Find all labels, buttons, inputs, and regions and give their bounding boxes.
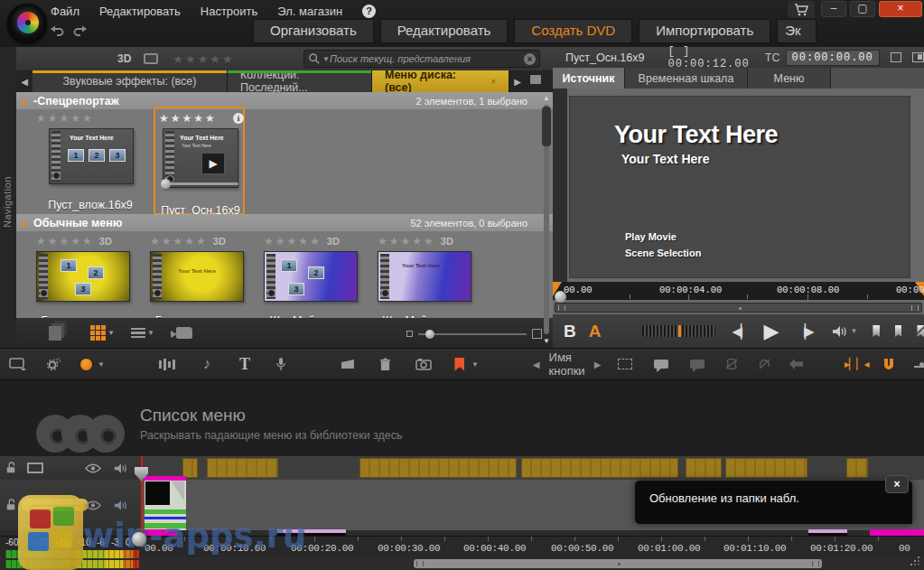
library-item[interactable]: ★★★★★3D 1 2 3 Гранжд город. вл... xyxy=(36,235,145,327)
thumbnail-scrubber[interactable] xyxy=(163,182,238,185)
list-view-icon[interactable] xyxy=(131,326,145,341)
tab-source[interactable]: Источник xyxy=(553,68,625,89)
lock-icon[interactable] xyxy=(5,462,16,474)
info-icon[interactable]: i xyxy=(233,113,244,124)
scroll-up-icon[interactable]: ▲ xyxy=(542,94,551,102)
menu-store[interactable]: Эл. магазин xyxy=(277,5,342,18)
tab-disc-menus[interactable]: Меню диска: (все)× xyxy=(372,70,509,92)
preview-timeline-ruler[interactable]: 00.00 00:00:04.00 00:00:08.00 00:00 xyxy=(553,282,924,300)
tab-collections[interactable]: Коллекции: Последний... xyxy=(228,70,372,92)
item-rating-stars[interactable]: ★★★★★ xyxy=(159,112,242,125)
section-header-special[interactable]: -Спецрепортаж 2 элементов, 1 выбрано xyxy=(16,92,553,109)
redo-button[interactable] xyxy=(73,25,87,37)
grid-view-icon[interactable] xyxy=(90,325,106,341)
add-track-icon[interactable] xyxy=(27,463,43,473)
menu-clip-segment[interactable] xyxy=(182,458,198,478)
import-folder-icon[interactable] xyxy=(176,327,192,339)
slider-track[interactable] xyxy=(418,333,527,335)
library-item[interactable]: ★★★★★3D Your Text Here Гранжд город. ос.… xyxy=(150,235,258,327)
scroll-handle[interactable] xyxy=(542,107,551,146)
scroll-down-icon[interactable]: ▼ xyxy=(542,337,551,345)
minimize-button[interactable]: – xyxy=(821,1,846,17)
scenes-view-icon[interactable] xyxy=(49,326,61,341)
grid-view-chevron-icon[interactable]: ▼ xyxy=(107,329,115,337)
volume-icon[interactable] xyxy=(832,325,848,338)
preview-scrollbar[interactable] xyxy=(555,303,922,313)
chapter-bubble-icon[interactable] xyxy=(651,353,671,375)
tab-sound-effects[interactable]: Звуковые эффекты: (все) xyxy=(33,70,228,92)
magnet-icon[interactable] xyxy=(879,353,899,375)
library-item[interactable]: ★★★★★ Your Text Here 1 2 3 Пуст_влож.16x… xyxy=(36,112,145,211)
prev-frame-button[interactable]: ◀▏ xyxy=(732,323,749,340)
menu-clip-segment[interactable] xyxy=(846,458,868,478)
search-options-chevron-icon[interactable]: ▼ xyxy=(322,55,330,63)
item-rating-stars[interactable]: ★★★★★ xyxy=(264,235,322,248)
jog-wheel[interactable] xyxy=(642,325,715,337)
preview-playhead-knob[interactable] xyxy=(555,291,566,303)
resize-grip[interactable] xyxy=(910,556,920,566)
menu-thumbnail[interactable]: 1 2 3 xyxy=(264,251,358,302)
timeline-scrollbar[interactable] xyxy=(414,559,822,568)
audio-mixer-icon[interactable] xyxy=(157,353,177,375)
library-scrollbar[interactable]: ▲ ▼ xyxy=(542,94,551,345)
navigation-strip[interactable]: Navigation xyxy=(0,47,16,348)
tab-close-icon[interactable]: × xyxy=(490,77,496,87)
track-eye-icon[interactable] xyxy=(85,463,101,473)
dual-monitor-icon[interactable] xyxy=(912,52,924,62)
record-chevron-icon[interactable]: ▼ xyxy=(98,360,105,369)
search-input[interactable] xyxy=(330,53,524,64)
item-rating-stars[interactable]: ★★★★★ xyxy=(150,235,208,248)
play-button[interactable]: ▶ xyxy=(763,320,779,343)
maximize-button[interactable]: ▢ xyxy=(850,1,875,17)
panel-layout-icon[interactable] xyxy=(7,353,27,375)
music-score-icon[interactable]: ♪ xyxy=(197,353,217,375)
tabs-scroll-left-icon[interactable]: ◀ xyxy=(16,70,33,92)
item-rating-stars[interactable]: ★★★★★ xyxy=(378,235,435,248)
close-button[interactable]: × xyxy=(879,1,922,17)
preview-a-button[interactable]: A xyxy=(589,322,602,341)
help-icon[interactable]: ? xyxy=(362,5,376,18)
clear-markers-icon[interactable] xyxy=(917,325,924,337)
item-rating-stars[interactable]: ★★★★★ xyxy=(36,235,94,248)
section-header-common[interactable]: Обычные меню 52 элементов, 0 выбрано xyxy=(16,214,553,231)
menu-clip-segment[interactable] xyxy=(207,458,278,478)
tab-export[interactable]: Эк xyxy=(777,19,817,43)
item-rating-stars[interactable]: ★★★★★ xyxy=(36,112,145,125)
undo-button[interactable] xyxy=(51,25,64,37)
library-item[interactable]: ★★★★★3D 1 2 3 ЖарМайами вло... xyxy=(264,235,372,327)
microphone-icon[interactable] xyxy=(271,353,291,375)
frame-grab-icon[interactable] xyxy=(615,353,635,375)
marker-chevron-icon[interactable]: ▼ xyxy=(471,360,479,369)
marker-in-icon[interactable] xyxy=(873,325,880,337)
menu-thumbnail[interactable]: 1 2 3 xyxy=(36,251,130,302)
section-collapse-icon[interactable] xyxy=(21,98,30,107)
tab-create-dvd[interactable]: Создать DVD xyxy=(514,19,632,43)
shop-cart-icon[interactable] xyxy=(788,1,815,18)
scroll-grip-left[interactable] xyxy=(416,561,424,566)
menu-clip-segment[interactable] xyxy=(725,458,807,478)
track-speaker-icon[interactable] xyxy=(114,500,128,511)
mini-clip-lavender[interactable] xyxy=(808,529,847,536)
settings-gear-icon[interactable] xyxy=(43,353,63,375)
menu-thumbnail[interactable]: Your Text Here Your Text Here ▶ xyxy=(163,128,238,188)
tab-menu[interactable]: Меню xyxy=(748,68,831,89)
scroll-grip-right[interactable] xyxy=(812,561,819,566)
section-collapse-icon[interactable] xyxy=(21,220,30,229)
next-frame-button[interactable]: ▕▶ xyxy=(795,323,812,340)
menu-file[interactable]: Файл xyxy=(51,5,79,18)
menu-edit[interactable]: Редактировать xyxy=(99,5,181,18)
menu-clip-segment[interactable] xyxy=(686,458,722,478)
library-item[interactable]: ★★★★★3D Your Text Here ЖарМайами осн.... xyxy=(378,235,486,327)
app-logo-icon[interactable] xyxy=(7,4,47,43)
trim-mode-icon[interactable] xyxy=(911,353,924,375)
tabs-scroll-right-icon[interactable]: ▶ xyxy=(509,70,526,92)
notification-close-icon[interactable]: × xyxy=(885,475,909,493)
scroll-grip-right[interactable] xyxy=(911,305,919,311)
timecode-field[interactable]: 00:00:00.00 xyxy=(786,50,880,66)
menu-clip-segment[interactable] xyxy=(521,458,678,478)
media-type-filter-icon[interactable] xyxy=(144,53,158,64)
search-clear-icon[interactable]: × xyxy=(524,53,536,65)
split-clip-icon[interactable]: ▸▏▏◂ xyxy=(846,353,866,375)
video-frame[interactable]: Your Text Here Your Text Here Play Movie… xyxy=(569,96,910,278)
library-search-box[interactable]: ▼ × xyxy=(303,50,540,68)
